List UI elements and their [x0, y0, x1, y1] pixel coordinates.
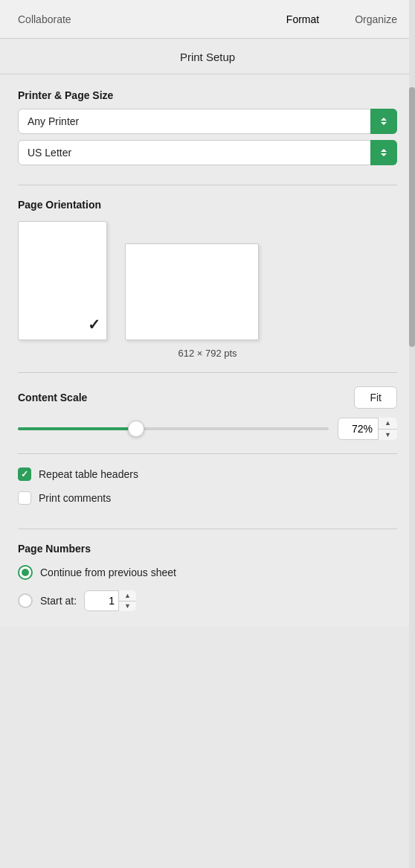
- panel-title: Print Setup: [0, 39, 415, 74]
- scrollbar-thumb[interactable]: [409, 87, 415, 348]
- print-comments-row: Print comments: [18, 491, 397, 505]
- divider-2: [18, 372, 397, 373]
- top-navigation: Collaborate Format Organize: [0, 0, 415, 39]
- start-at-input-wrapper: ▲ ▼: [84, 590, 136, 611]
- orientation-options: ✓: [18, 221, 397, 340]
- slider-row: ▲ ▼: [18, 418, 397, 440]
- checkboxes-section: Repeat table headers Print comments: [18, 467, 397, 515]
- repeat-headers-row: Repeat table headers: [18, 467, 397, 481]
- scrollbar-track: [409, 0, 415, 868]
- divider-3: [18, 453, 397, 454]
- scale-header-row: Content Scale Fit: [18, 386, 397, 409]
- continue-radio-row: Continue from previous sheet: [18, 565, 397, 580]
- scale-stepper-down[interactable]: ▼: [379, 430, 397, 441]
- continue-radio-label: Continue from previous sheet: [40, 567, 176, 578]
- paper-size-dropdown[interactable]: US Letter: [18, 140, 397, 165]
- repeat-headers-label: Repeat table headers: [39, 468, 138, 480]
- content-scale-label: Content Scale: [18, 392, 87, 403]
- format-nav-item[interactable]: Format: [280, 10, 325, 28]
- collaborate-nav-item[interactable]: Collaborate: [12, 10, 77, 28]
- scale-stepper-up[interactable]: ▲: [379, 418, 397, 430]
- start-at-stepper-up[interactable]: ▲: [119, 590, 136, 601]
- scale-input-wrapper: ▲ ▼: [338, 418, 397, 440]
- nav-center: Format Organize: [280, 10, 403, 28]
- landscape-page: [125, 243, 259, 340]
- page-numbers-label: Page Numbers: [18, 543, 397, 555]
- divider-4: [18, 529, 397, 529]
- paper-dropdown-wrapper: US Letter: [18, 140, 397, 165]
- print-comments-label: Print comments: [39, 492, 111, 504]
- printer-section-label: Printer & Page Size: [18, 89, 397, 101]
- landscape-option[interactable]: [125, 243, 259, 340]
- portrait-page: ✓: [18, 221, 107, 340]
- main-content: Printer & Page Size Any Printer US Lette…: [0, 74, 415, 626]
- continue-radio-dot: [22, 569, 29, 576]
- start-at-label: Start at:: [40, 595, 77, 607]
- printer-dropdown-wrapper: Any Printer: [18, 109, 397, 134]
- page-numbers-section: Page Numbers Continue from previous shee…: [18, 543, 397, 611]
- continue-radio[interactable]: [18, 565, 33, 580]
- page-orientation-section: Page Orientation ✓ 612 × 792 pts: [18, 199, 397, 359]
- nav-left: Collaborate: [12, 13, 280, 26]
- orientation-label: Page Orientation: [18, 199, 397, 211]
- scale-slider[interactable]: [18, 421, 329, 436]
- start-at-radio[interactable]: [18, 593, 33, 608]
- portrait-option[interactable]: ✓: [18, 221, 107, 340]
- start-at-stepper-down[interactable]: ▼: [119, 601, 136, 612]
- printer-page-size-section: Printer & Page Size Any Printer US Lette…: [18, 89, 397, 171]
- repeat-headers-checkbox[interactable]: [18, 467, 31, 481]
- content-scale-section: Content Scale Fit ▲ ▼: [18, 386, 397, 440]
- print-comments-checkbox[interactable]: [18, 491, 31, 505]
- portrait-checkmark: ✓: [88, 316, 100, 334]
- fit-button[interactable]: Fit: [354, 386, 397, 409]
- slider-thumb[interactable]: [128, 421, 144, 437]
- slider-track: [18, 427, 329, 430]
- printer-dropdown[interactable]: Any Printer: [18, 109, 397, 134]
- slider-fill: [18, 427, 136, 430]
- scale-stepper: ▲ ▼: [378, 418, 397, 440]
- start-at-stepper: ▲ ▼: [118, 590, 136, 611]
- start-at-row: Start at: ▲ ▼: [18, 590, 397, 611]
- divider-1: [18, 185, 397, 185]
- organize-nav-item[interactable]: Organize: [349, 10, 403, 28]
- page-size-label: 612 × 792 pts: [18, 348, 397, 359]
